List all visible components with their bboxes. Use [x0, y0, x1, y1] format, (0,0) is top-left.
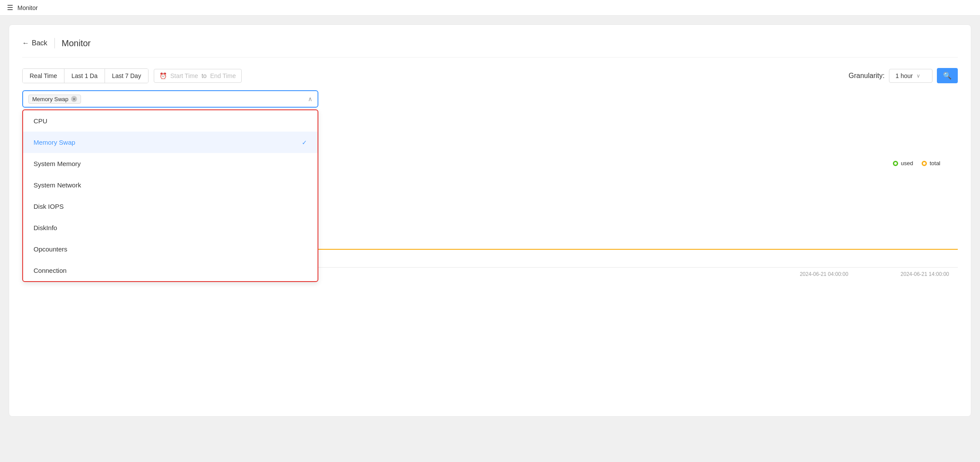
- header-divider: [54, 38, 55, 48]
- dropdown-item-label: System Network: [34, 181, 81, 189]
- granularity-value: 1 hour: [896, 72, 913, 79]
- granularity-label: Granularity:: [848, 72, 885, 80]
- dropdown-item-opcounters[interactable]: Opcounters: [23, 238, 318, 260]
- chart-x-label-1: 2024-06-21 04:00:00: [800, 271, 848, 277]
- dropdown-item-diskinfo[interactable]: DiskInfo: [23, 217, 318, 238]
- page-title: Monitor: [62, 38, 91, 48]
- dropdown-item-label: DiskInfo: [34, 224, 57, 231]
- back-label: Back: [32, 39, 47, 47]
- tag-close-icon[interactable]: ✕: [71, 96, 77, 102]
- time-tabs: Real Time Last 1 Da Last 7 Day: [22, 68, 149, 83]
- toolbar: Real Time Last 1 Da Last 7 Day ⏰ Start T…: [22, 68, 958, 83]
- app-header: ☰ Monitor: [0, 0, 980, 16]
- dropdown-item-connection[interactable]: Connection: [23, 260, 318, 281]
- chevron-down-icon: ∨: [916, 73, 920, 79]
- dropdown-item-system-network[interactable]: System Network: [23, 174, 318, 196]
- tab-realtime[interactable]: Real Time: [23, 69, 64, 83]
- tab-last1day[interactable]: Last 1 Da: [64, 69, 105, 83]
- legend-dot-used: [893, 161, 898, 166]
- legend-item-used: used: [893, 160, 913, 166]
- granularity-select[interactable]: 1 hour ∨: [889, 69, 933, 83]
- metric-selector: Memory Swap ✕ ∧ CPU Memory Swap ✓ System…: [22, 90, 318, 108]
- chart-x-label-2: 2024-06-21 14:00:00: [901, 271, 949, 277]
- legend-label-used: used: [901, 160, 913, 166]
- clock-icon: ⏰: [159, 72, 167, 79]
- back-button[interactable]: ← Back: [22, 39, 47, 47]
- dropdown-item-label: CPU: [34, 117, 47, 125]
- time-range-picker[interactable]: ⏰ Start Time to End Time: [154, 69, 242, 83]
- back-arrow-icon: ←: [22, 39, 29, 47]
- search-button[interactable]: 🔍: [937, 68, 958, 83]
- chevron-up-icon: ∧: [308, 95, 312, 102]
- check-icon: ✓: [302, 139, 307, 146]
- legend-dot-total: [922, 161, 927, 166]
- metric-tag-label: Memory Swap: [32, 96, 68, 102]
- metric-tag: Memory Swap ✕: [28, 95, 81, 104]
- dropdown-item-label: Disk IOPS: [34, 203, 64, 210]
- end-time-placeholder: End Time: [210, 72, 236, 79]
- dropdown-list: CPU Memory Swap ✓ System Memory System N…: [22, 109, 318, 282]
- dropdown-item-label: System Memory: [34, 160, 81, 167]
- page-header: ← Back Monitor: [22, 38, 958, 58]
- dropdown-item-disk-iops[interactable]: Disk IOPS: [23, 196, 318, 217]
- legend-label-total: total: [929, 160, 940, 166]
- hamburger-icon: ☰: [7, 3, 13, 12]
- dropdown-item-system-memory[interactable]: System Memory: [23, 153, 318, 174]
- legend-item-total: total: [922, 160, 940, 166]
- to-label: to: [202, 72, 207, 79]
- dropdown-item-memory-swap[interactable]: Memory Swap ✓: [23, 132, 318, 153]
- granularity-section: Granularity: 1 hour ∨ 🔍: [848, 68, 958, 83]
- metric-selector-input[interactable]: Memory Swap ✕ ∧: [22, 90, 318, 108]
- app-title: Monitor: [17, 4, 38, 11]
- dropdown-item-label: Opcounters: [34, 245, 68, 253]
- dropdown-item-label: Connection: [34, 267, 67, 274]
- tab-last7day[interactable]: Last 7 Day: [105, 69, 148, 83]
- dropdown-item-cpu[interactable]: CPU: [23, 110, 318, 132]
- dropdown-item-label: Memory Swap: [34, 139, 75, 146]
- start-time-placeholder: Start Time: [170, 72, 198, 79]
- main-container: ← Back Monitor Real Time Last 1 Da Last …: [9, 24, 971, 417]
- dropdown-inner: CPU Memory Swap ✓ System Memory System N…: [23, 110, 318, 281]
- search-icon: 🔍: [943, 71, 952, 80]
